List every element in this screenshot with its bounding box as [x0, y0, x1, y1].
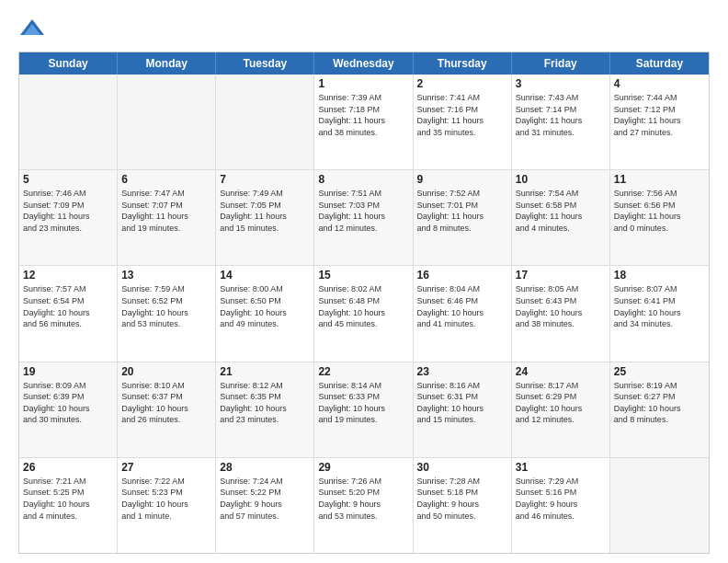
day-info: Sunrise: 8:10 AM Sunset: 6:37 PM Dayligh… — [121, 380, 211, 426]
day-cell-17: 17Sunrise: 8:05 AM Sunset: 6:43 PM Dayli… — [512, 266, 610, 361]
day-number: 3 — [516, 77, 606, 90]
day-number: 6 — [121, 173, 211, 186]
day-info: Sunrise: 8:16 AM Sunset: 6:31 PM Dayligh… — [417, 380, 507, 426]
day-info: Sunrise: 8:07 AM Sunset: 6:41 PM Dayligh… — [614, 283, 705, 329]
header-day-wednesday: Wednesday — [314, 52, 413, 75]
day-number: 12 — [23, 269, 113, 282]
day-info: Sunrise: 7:21 AM Sunset: 5:25 PM Dayligh… — [23, 476, 113, 522]
day-info: Sunrise: 7:28 AM Sunset: 5:18 PM Dayligh… — [417, 476, 507, 522]
day-info: Sunrise: 8:05 AM Sunset: 6:43 PM Dayligh… — [516, 283, 606, 329]
empty-cell — [216, 75, 314, 169]
day-info: Sunrise: 8:02 AM Sunset: 6:48 PM Dayligh… — [318, 283, 408, 329]
day-cell-1: 1Sunrise: 7:39 AM Sunset: 7:18 PM Daylig… — [314, 75, 413, 169]
day-cell-2: 2Sunrise: 7:41 AM Sunset: 7:16 PM Daylig… — [414, 75, 512, 169]
day-number: 23 — [417, 365, 507, 378]
day-cell-13: 13Sunrise: 7:59 AM Sunset: 6:52 PM Dayli… — [118, 266, 216, 361]
day-number: 29 — [318, 461, 408, 474]
day-number: 15 — [318, 269, 408, 282]
calendar-body: 1Sunrise: 7:39 AM Sunset: 7:18 PM Daylig… — [19, 75, 709, 553]
day-cell-29: 29Sunrise: 7:26 AM Sunset: 5:20 PM Dayli… — [314, 458, 413, 553]
day-info: Sunrise: 7:51 AM Sunset: 7:03 PM Dayligh… — [318, 188, 408, 234]
day-number: 2 — [417, 77, 507, 90]
page: SundayMondayTuesdayWednesdayThursdayFrid… — [0, 0, 728, 563]
empty-cell — [610, 458, 709, 553]
header-day-tuesday: Tuesday — [216, 52, 314, 75]
day-info: Sunrise: 7:43 AM Sunset: 7:14 PM Dayligh… — [516, 92, 606, 138]
day-cell-28: 28Sunrise: 7:24 AM Sunset: 5:22 PM Dayli… — [216, 458, 314, 553]
header-day-friday: Friday — [512, 52, 610, 75]
day-number: 28 — [220, 461, 310, 474]
calendar-week-1: 1Sunrise: 7:39 AM Sunset: 7:18 PM Daylig… — [19, 75, 709, 170]
day-cell-18: 18Sunrise: 8:07 AM Sunset: 6:41 PM Dayli… — [610, 266, 709, 361]
day-cell-11: 11Sunrise: 7:56 AM Sunset: 6:56 PM Dayli… — [610, 170, 709, 265]
day-number: 14 — [220, 269, 310, 282]
day-number: 27 — [121, 461, 211, 474]
day-number: 17 — [516, 269, 606, 282]
day-cell-25: 25Sunrise: 8:19 AM Sunset: 6:27 PM Dayli… — [610, 362, 709, 457]
day-cell-14: 14Sunrise: 8:00 AM Sunset: 6:50 PM Dayli… — [216, 266, 314, 361]
day-info: Sunrise: 8:09 AM Sunset: 6:39 PM Dayligh… — [23, 380, 113, 426]
day-cell-23: 23Sunrise: 8:16 AM Sunset: 6:31 PM Dayli… — [414, 362, 512, 457]
day-cell-31: 31Sunrise: 7:29 AM Sunset: 5:16 PM Dayli… — [512, 458, 610, 553]
day-cell-22: 22Sunrise: 8:14 AM Sunset: 6:33 PM Dayli… — [314, 362, 413, 457]
empty-cell — [19, 75, 118, 169]
header-day-saturday: Saturday — [610, 52, 709, 75]
day-cell-10: 10Sunrise: 7:54 AM Sunset: 6:58 PM Dayli… — [512, 170, 610, 265]
day-info: Sunrise: 7:44 AM Sunset: 7:12 PM Dayligh… — [614, 92, 705, 138]
day-cell-15: 15Sunrise: 8:02 AM Sunset: 6:48 PM Dayli… — [314, 266, 413, 361]
day-info: Sunrise: 7:41 AM Sunset: 7:16 PM Dayligh… — [417, 92, 507, 138]
day-cell-5: 5Sunrise: 7:46 AM Sunset: 7:09 PM Daylig… — [19, 170, 118, 265]
day-number: 11 — [614, 173, 705, 186]
day-info: Sunrise: 8:12 AM Sunset: 6:35 PM Dayligh… — [220, 380, 310, 426]
day-number: 1 — [318, 77, 408, 90]
day-info: Sunrise: 8:14 AM Sunset: 6:33 PM Dayligh… — [318, 380, 408, 426]
day-info: Sunrise: 8:19 AM Sunset: 6:27 PM Dayligh… — [614, 380, 705, 426]
day-number: 20 — [121, 365, 211, 378]
logo-icon — [18, 15, 46, 42]
day-number: 7 — [220, 173, 310, 186]
day-number: 4 — [614, 77, 705, 90]
day-info: Sunrise: 7:46 AM Sunset: 7:09 PM Dayligh… — [23, 188, 113, 234]
day-cell-3: 3Sunrise: 7:43 AM Sunset: 7:14 PM Daylig… — [512, 75, 610, 169]
day-info: Sunrise: 8:00 AM Sunset: 6:50 PM Dayligh… — [220, 283, 310, 329]
day-number: 5 — [23, 173, 113, 186]
day-number: 13 — [121, 269, 211, 282]
day-number: 25 — [614, 365, 705, 378]
day-cell-7: 7Sunrise: 7:49 AM Sunset: 7:05 PM Daylig… — [216, 170, 314, 265]
day-info: Sunrise: 7:22 AM Sunset: 5:23 PM Dayligh… — [121, 476, 211, 522]
day-info: Sunrise: 7:57 AM Sunset: 6:54 PM Dayligh… — [23, 283, 113, 329]
day-number: 31 — [516, 461, 606, 474]
day-info: Sunrise: 8:17 AM Sunset: 6:29 PM Dayligh… — [516, 380, 606, 426]
calendar: SundayMondayTuesdayWednesdayThursdayFrid… — [18, 52, 710, 554]
day-info: Sunrise: 7:59 AM Sunset: 6:52 PM Dayligh… — [121, 283, 211, 329]
day-cell-8: 8Sunrise: 7:51 AM Sunset: 7:03 PM Daylig… — [314, 170, 413, 265]
calendar-week-4: 19Sunrise: 8:09 AM Sunset: 6:39 PM Dayli… — [19, 362, 709, 458]
day-cell-20: 20Sunrise: 8:10 AM Sunset: 6:37 PM Dayli… — [118, 362, 216, 457]
empty-cell — [118, 75, 216, 169]
day-cell-27: 27Sunrise: 7:22 AM Sunset: 5:23 PM Dayli… — [118, 458, 216, 553]
day-info: Sunrise: 7:39 AM Sunset: 7:18 PM Dayligh… — [318, 92, 408, 138]
calendar-week-3: 12Sunrise: 7:57 AM Sunset: 6:54 PM Dayli… — [19, 266, 709, 362]
day-number: 8 — [318, 173, 408, 186]
day-info: Sunrise: 8:04 AM Sunset: 6:46 PM Dayligh… — [417, 283, 507, 329]
day-number: 30 — [417, 461, 507, 474]
day-number: 26 — [23, 461, 113, 474]
day-cell-24: 24Sunrise: 8:17 AM Sunset: 6:29 PM Dayli… — [512, 362, 610, 457]
day-number: 22 — [318, 365, 408, 378]
day-cell-30: 30Sunrise: 7:28 AM Sunset: 5:18 PM Dayli… — [414, 458, 512, 553]
day-number: 16 — [417, 269, 507, 282]
header-day-sunday: Sunday — [19, 52, 118, 75]
calendar-header-row: SundayMondayTuesdayWednesdayThursdayFrid… — [19, 52, 709, 75]
day-number: 19 — [23, 365, 113, 378]
day-info: Sunrise: 7:47 AM Sunset: 7:07 PM Dayligh… — [121, 188, 211, 234]
day-info: Sunrise: 7:54 AM Sunset: 6:58 PM Dayligh… — [516, 188, 606, 234]
day-info: Sunrise: 7:29 AM Sunset: 5:16 PM Dayligh… — [516, 476, 606, 522]
day-cell-19: 19Sunrise: 8:09 AM Sunset: 6:39 PM Dayli… — [19, 362, 118, 457]
day-number: 18 — [614, 269, 705, 282]
header-day-thursday: Thursday — [414, 52, 512, 75]
header-day-monday: Monday — [118, 52, 216, 75]
day-number: 21 — [220, 365, 310, 378]
logo — [18, 15, 48, 42]
day-info: Sunrise: 7:56 AM Sunset: 6:56 PM Dayligh… — [614, 188, 705, 234]
day-info: Sunrise: 7:52 AM Sunset: 7:01 PM Dayligh… — [417, 188, 507, 234]
